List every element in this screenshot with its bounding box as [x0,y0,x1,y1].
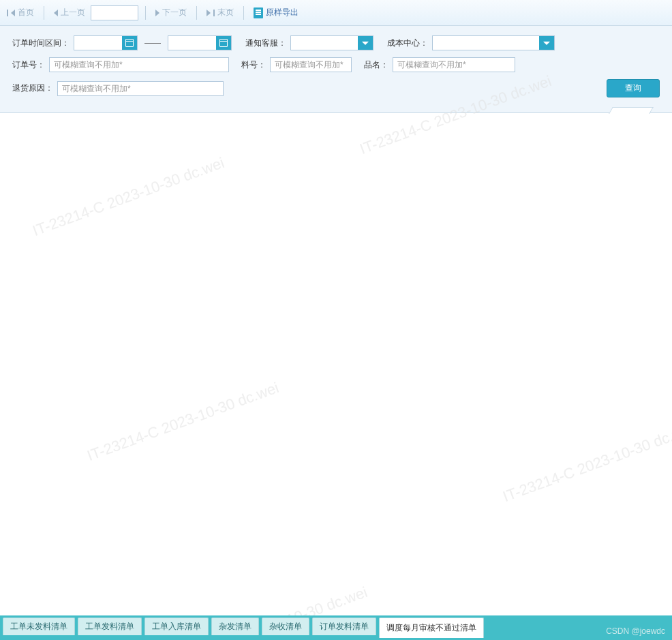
separator [196,6,197,20]
date-to-picker-button[interactable] [216,36,231,50]
cost-center-input[interactable] [433,36,539,50]
date-from-input[interactable] [74,36,122,50]
tab-6[interactable]: 调度每月审核不通过清单 [379,618,484,638]
prev-arrow-icon [54,10,58,16]
return-reason-label: 退货原因： [12,82,53,94]
field-order-no: 订单号： [12,57,229,72]
last-bar-icon [213,10,215,16]
footer-credit: CSDN @joewdc [606,626,665,636]
product-name-input[interactable] [393,57,515,72]
date-from-wrap [74,35,138,50]
next-arrow-icon [155,10,159,16]
notify-cs-input[interactable] [291,36,358,50]
tab-3[interactable]: 杂发清单 [211,618,259,635]
range-separator: —— [144,38,161,48]
tab-0[interactable]: 工单未发料清单 [3,618,75,635]
pager-page-input[interactable] [91,5,138,20]
first-bar-icon [7,10,8,16]
field-return-reason: 退货原因： [12,81,224,96]
chevron-down-icon [543,42,550,45]
last-arrow-icon [207,10,211,16]
cost-center-select[interactable] [432,35,555,50]
date-to-input[interactable] [168,36,216,50]
separator [145,6,146,20]
pager-first[interactable]: 首页 [4,5,37,20]
cost-center-dropdown-button[interactable] [539,36,554,50]
chevron-down-icon [362,42,369,45]
return-reason-input[interactable] [57,81,224,96]
product-name-label: 品名： [364,59,388,71]
notify-cs-label: 通知客服： [245,37,286,49]
bottom-tab-bar: 工单未发料清单工单发料清单工单入库清单杂发清单杂收清单订单发料清单调度每月审核不… [0,615,672,640]
query-button[interactable]: 查询 [607,79,660,97]
field-order-time: 订单时间区间： —— [12,35,232,50]
pager-export[interactable]: 原样导出 [251,5,301,20]
tab-2[interactable]: 工单入库清单 [144,618,209,635]
watermark: IT-23214-C 2023-10-30 dc.wei [501,420,672,506]
date-from-picker-button[interactable] [122,36,137,50]
notify-cs-select[interactable] [290,35,373,50]
material-no-input[interactable] [270,57,352,72]
pager-prev-label: 上一页 [61,7,85,18]
material-no-label: 料号： [241,59,266,71]
field-cost-center: 成本中心： [387,35,555,50]
separator [243,6,244,20]
pager-first-label: 首页 [18,7,34,18]
filter-panel: 订单时间区间： —— 通知客服： [0,26,672,113]
pager-last-label: 末页 [217,7,234,18]
field-material-no: 料号： [241,57,352,72]
order-no-label: 订单号： [12,59,45,71]
pager-next-label: 下一页 [162,7,187,18]
separator [44,6,44,20]
order-no-input[interactable] [49,57,229,72]
date-to-wrap [168,35,232,50]
pager-toolbar: 首页 上一页 下一页 末页 原样导出 [0,0,672,26]
tab-5[interactable]: 订单发料清单 [312,618,376,635]
pager-prev[interactable]: 上一页 [51,5,88,20]
panel-collapse-handle[interactable] [609,107,654,114]
first-arrow-icon [11,10,15,16]
tab-4[interactable]: 杂收清单 [262,618,309,635]
calendar-icon [219,39,228,47]
pager-next[interactable]: 下一页 [153,5,189,20]
pager-last[interactable]: 末页 [204,5,236,20]
pager-export-label: 原样导出 [266,7,299,18]
export-icon [254,7,263,18]
notify-cs-dropdown-button[interactable] [358,36,373,50]
tab-1[interactable]: 工单发料清单 [78,618,142,635]
field-notify-cs: 通知客服： [245,35,373,50]
field-product-name: 品名： [364,57,515,72]
watermark: IT-23214-C 2023-10-30 dc.wei [31,154,227,240]
cost-center-label: 成本中心： [387,37,428,49]
watermark: IT-23214-C 2023-10-30 dc.wei [85,379,281,465]
order-time-label: 订单时间区间： [12,37,70,49]
calendar-icon [125,39,134,47]
